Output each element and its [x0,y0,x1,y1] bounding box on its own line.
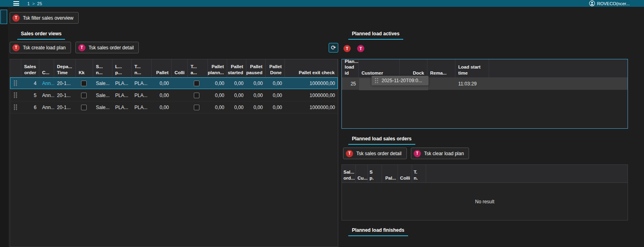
col-plan-load-id: Plan... load id [342,59,359,77]
col-pallet-paused: Pallet paused [246,59,266,77]
planned-load-sales-orders-table: Sal... ord... Cu... S p. Pal... Colli T.… [341,164,628,221]
col-filler [426,165,628,182]
rail-active-item[interactable] [0,10,7,24]
cell-l-p: PLA... [112,101,132,113]
col-pallet-planned: Pallet plann... [208,59,227,77]
cell-sales-order: 5 [21,89,39,101]
col-t-a: T... a... [188,59,208,77]
sales-order-detail-label: Tsk sales order detail [89,45,134,51]
cell-departure-time: 20-1... [54,77,76,89]
col-sales-order: Sal... ord... [342,165,356,182]
drag-handle-icon[interactable] [10,89,21,101]
tab-sales-order-views[interactable]: Sales order views [17,31,65,40]
cell-pallet-started: 0,00 [227,89,246,101]
table-row[interactable]: 5 Ann... 20-1... Sale... PLA... PLA... 0… [10,89,338,101]
col-departure-time: Depa... Time [54,59,76,77]
col-colli: Colli [172,59,188,77]
sales-overview-panel: T Tsk filter sales overview Sales order … [10,7,338,247]
empty-state: No result [342,183,628,220]
sales-order-detail-label: Tsk sales order detail [356,151,402,156]
col-s-p: S p. [368,165,382,182]
user-label: ROVECO(ncer... [597,1,630,6]
filter-sales-overview-button[interactable]: T Tsk filter sales overview [10,12,79,24]
actives-tab-strip: Planned load actives [341,30,628,40]
col-pallet-done: Pallet Done [266,59,285,77]
sales-order-detail-button[interactable]: T Tsk sales order detail [343,148,407,159]
filter-sales-overview-label: Tsk filter sales overview [23,15,73,21]
create-load-plan-button[interactable]: T Tsk create load plan [10,42,71,53]
actives-toolbar: T T [341,45,628,52]
breadcrumb-root[interactable]: 1 [27,1,30,6]
tab-planned-load-actives[interactable]: Planned load actives [348,31,403,40]
drag-handle-icon[interactable] [10,101,21,113]
kk-checkbox[interactable] [81,81,87,86]
kk-checkbox[interactable] [81,93,87,98]
finisheds-tab-strip: Planned load finisheds [341,226,628,236]
cell-kk [76,77,93,89]
table-row[interactable]: 4 Ann... 20-1... Sale... PLA... PLA... 0… [10,77,338,89]
user-menu[interactable]: ROVECO(ncer... [589,0,630,7]
col-t-n: T. n. [412,165,426,182]
cell-departure-time: 20-1... [54,101,76,113]
tab-planned-load-finisheds[interactable]: Planned load finisheds [348,227,408,236]
sales-orders-table: Sales order C... Depa... Time Kk S... n.… [10,59,338,247]
col-pallet: Pal... [382,165,398,182]
app-root: 1 > 25 ROVECO(ncer... T Tsk filter sales… [0,0,644,247]
task-icon: T [12,14,20,22]
task-icon-pink[interactable]: T [357,45,364,52]
col-s-n: S... n... [93,59,112,77]
cell-customer-link[interactable]: Ann... [39,77,54,89]
cell-pallet: 0,00 [152,89,172,101]
user-icon [589,0,595,6]
left-tab-strip: Sales order views [10,30,338,39]
hamburger-menu-icon[interactable] [13,1,19,6]
cell-pallet-started: 0,00 [227,101,246,113]
drag-chip-label: 2025-11-20T09:0... [382,78,422,83]
table-row[interactable]: 6 Ann... 20-1... Sale... PLA... PLA... 0… [10,101,338,113]
refresh-button[interactable]: ⟳ [329,43,338,53]
cell-kk [76,101,93,113]
col-sales-order: Sales order [21,59,39,77]
breadcrumb-current: 25 [37,1,42,6]
tab-planned-load-sales-orders[interactable]: Planned load sales orders [348,136,415,145]
col-pallet-started: Pallet started [227,59,246,77]
sales-orders-tab-strip: Planned load sales orders [341,135,628,145]
cell-pallet-paused: 0,00 [246,89,266,101]
cell-pallet-planned: 0,00 [208,77,227,89]
task-icon: T [414,150,421,157]
t-a-checkbox[interactable] [194,81,199,86]
cell-colli [172,101,188,113]
task-icon: T [12,44,20,51]
cell-pallet-paused: 0,00 [246,77,266,89]
cell-s-n: Sale... [93,77,112,89]
drag-handle-icon[interactable] [10,77,21,89]
task-icon-red[interactable]: T [343,45,351,52]
col-load-start-time: Load start time [455,59,489,77]
refresh-icon: ⟳ [331,45,336,51]
cell-pallet-done: 0,00 [266,77,285,89]
left-rail [0,7,8,247]
task-icon: T [346,150,353,157]
table-header-row: Sal... ord... Cu... S p. Pal... Colli T.… [342,165,628,183]
t-a-checkbox[interactable] [194,105,199,110]
breadcrumb: 1 > 25 [27,1,42,6]
table-header-row: Plan... load id Customer Dock Rema... Lo… [342,59,628,78]
clear-load-plan-button[interactable]: T Tsk clear load plan [411,148,469,159]
cell-pallet-exit-check: 1000000,00 [285,89,338,101]
col-l-p: L... p... [112,59,132,77]
topbar: 1 > 25 ROVECO(ncer... [0,0,644,7]
sales-order-detail-button[interactable]: T Tsk sales order detail [75,42,139,53]
left-toolbar: T Tsk create load plan T Tsk sales order… [10,42,338,53]
cell-s-n: Sale... [93,101,112,113]
cell-pallet-planned: 0,00 [208,101,227,113]
t-a-checkbox[interactable] [194,93,199,98]
drag-preview-chip[interactable]: 2025-11-20T09:0... [372,76,429,85]
create-load-plan-label: Tsk create load plan [23,45,66,51]
kk-checkbox[interactable] [81,105,87,110]
col-customer: C... [39,59,54,77]
cell-pallet-exit-check: 1000000,00 [285,101,338,113]
drag-column-header [10,59,21,77]
cell-customer: Ann... [39,89,54,101]
cell-colli [172,77,188,89]
clear-load-plan-label: Tsk clear load plan [424,151,464,156]
